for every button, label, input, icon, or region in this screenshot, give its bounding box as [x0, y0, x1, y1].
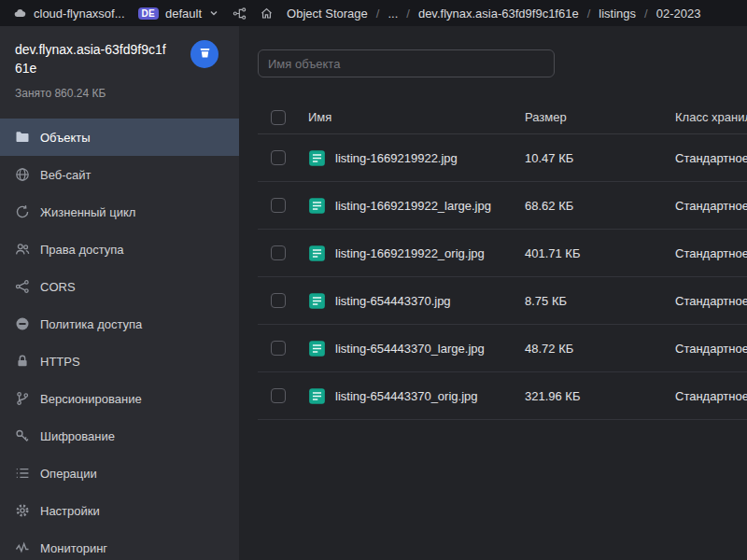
chevron-down-icon	[208, 7, 219, 19]
cloud-icon	[13, 7, 27, 21]
cloud-selector-label: cloud-flynaxsof...	[34, 7, 125, 21]
sidebar-item-label: Объекты	[40, 131, 91, 145]
breadcrumb-item[interactable]: Object Storage	[287, 7, 368, 21]
object-name: listing-1669219922.jpg	[335, 151, 458, 165]
object-storage-class: Стандартное	[675, 389, 747, 403]
row-checkbox[interactable]	[271, 293, 286, 308]
sidebar-item-label: Мониторинг	[40, 541, 107, 555]
service-map-icon[interactable]	[233, 7, 247, 21]
table-row[interactable]: listing-1669219922_large.jpg 68.62 КБ Ст…	[258, 182, 747, 230]
lock-icon	[15, 354, 30, 369]
file-icon	[308, 292, 326, 310]
file-icon	[308, 197, 326, 215]
home-icon[interactable]	[260, 7, 274, 21]
sidebar-item-label: Операции	[40, 467, 97, 481]
sidebar-item-access-rights[interactable]: Права доступа	[0, 231, 239, 268]
breadcrumb-separator: /	[587, 7, 591, 21]
sidebar-item-versioning[interactable]: Версионирование	[0, 380, 239, 417]
breadcrumb-item[interactable]: listings	[599, 7, 636, 21]
row-checkbox[interactable]	[271, 245, 286, 260]
git-branch-icon	[15, 391, 30, 406]
table-row[interactable]: listing-654443370.jpg 8.75 КБ Стандартно…	[258, 277, 747, 325]
select-all-checkbox[interactable]	[271, 110, 286, 125]
blocked-circle-icon	[15, 316, 30, 331]
sidebar-item-label: Настройки	[40, 504, 100, 518]
object-name: listing-1669219922_orig.jpg	[335, 246, 485, 260]
pulse-icon	[15, 540, 30, 555]
file-icon	[308, 387, 326, 405]
object-storage-class: Стандартное	[675, 246, 747, 260]
objects-panel: Имя Размер Класс хранилища listing-16692…	[239, 26, 747, 560]
object-storage-class: Стандартное	[675, 294, 747, 308]
breadcrumb-item-ellipsis[interactable]: ...	[388, 7, 398, 21]
bucket-action-button[interactable]	[190, 40, 218, 68]
users-icon	[15, 242, 30, 257]
object-storage-class: Стандартное	[675, 151, 747, 165]
table-row[interactable]: listing-1669219922_orig.jpg 401.71 КБ Ст…	[258, 230, 747, 277]
breadcrumb-separator: /	[406, 7, 410, 21]
column-header-size: Размер	[525, 110, 675, 124]
folder-selector-label: default	[165, 7, 202, 21]
breadcrumb: Object Storage / ... / dev.flynax.asia-6…	[287, 7, 700, 21]
sidebar-item-https[interactable]: HTTPS	[0, 343, 239, 380]
table-row[interactable]: listing-654443370_orig.jpg 321.96 КБ Ста…	[258, 372, 747, 420]
key-icon	[15, 428, 30, 443]
object-storage-class: Стандартное	[675, 342, 747, 356]
share-nodes-icon	[15, 279, 30, 294]
list-icon	[15, 466, 30, 481]
breadcrumb-item-current: 02-2023	[656, 7, 701, 21]
file-icon	[308, 245, 326, 262]
object-name: listing-654443370.jpg	[335, 294, 451, 308]
sidebar-item-cors[interactable]: CORS	[0, 268, 239, 305]
row-checkbox[interactable]	[271, 388, 286, 403]
sidebar-header: dev.flynax.asia-63fd9f9c1f61e Занято 860…	[0, 26, 239, 100]
lifecycle-icon	[15, 204, 30, 219]
folder-icon	[15, 130, 30, 145]
objects-table: Имя Размер Класс хранилища listing-16692…	[258, 101, 747, 420]
sidebar-item-settings[interactable]: Настройки	[0, 492, 239, 529]
table-row[interactable]: listing-654443370_large.jpg 48.72 КБ Ста…	[258, 325, 747, 372]
topbar: cloud-flynaxsof... DE default Object Sto…	[0, 0, 747, 26]
sidebar-nav: Объекты Веб-сайт Жизненный цикл Права до…	[0, 119, 239, 560]
sidebar-item-access-policy[interactable]: Политика доступа	[0, 305, 239, 343]
bucket-usage: Занято 860.24 КБ	[15, 87, 224, 100]
row-checkbox[interactable]	[271, 198, 286, 213]
object-name: listing-1669219922_large.jpg	[335, 199, 491, 213]
object-size: 68.62 КБ	[525, 199, 675, 213]
breadcrumb-separator: /	[376, 7, 380, 21]
table-header: Имя Размер Класс хранилища	[258, 101, 747, 134]
object-name: listing-654443370_large.jpg	[335, 342, 485, 356]
sidebar-item-monitoring[interactable]: Мониторинг	[0, 529, 239, 560]
search-input[interactable]	[258, 49, 555, 77]
sidebar-item-operations[interactable]: Операции	[0, 455, 239, 492]
sidebar-item-website[interactable]: Веб-сайт	[0, 156, 239, 193]
table-row[interactable]: listing-1669219922.jpg 10.47 КБ Стандарт…	[258, 134, 747, 182]
row-checkbox[interactable]	[271, 341, 286, 356]
sidebar-item-label: Политика доступа	[40, 317, 142, 331]
sidebar-item-lifecycle[interactable]: Жизненный цикл	[0, 193, 239, 231]
cloud-selector[interactable]: cloud-flynaxsof...	[13, 7, 125, 21]
row-checkbox[interactable]	[271, 150, 286, 165]
object-size: 48.72 КБ	[525, 342, 675, 356]
object-size: 8.75 КБ	[525, 294, 675, 308]
folder-selector[interactable]: DE default	[138, 7, 220, 21]
sidebar-item-label: Версионирование	[40, 392, 142, 406]
sidebar-item-encryption[interactable]: Шифрование	[0, 417, 239, 455]
sidebar-item-label: Шифрование	[40, 429, 115, 443]
file-icon	[308, 340, 326, 357]
breadcrumb-separator: /	[644, 7, 648, 21]
sidebar-item-label: Веб-сайт	[40, 168, 91, 182]
object-name: listing-654443370_orig.jpg	[335, 389, 478, 403]
bucket-name: dev.flynax.asia-63fd9f9c1f61e	[15, 41, 172, 77]
breadcrumb-item[interactable]: dev.flynax.asia-63fd9f9c1f61e	[418, 7, 579, 21]
sidebar-item-label: CORS	[40, 280, 76, 294]
sidebar-item-label: Права доступа	[40, 243, 124, 257]
column-header-name: Имя	[308, 110, 525, 124]
sidebar-item-label: HTTPS	[40, 355, 80, 369]
sidebar-item-label: Жизненный цикл	[40, 205, 135, 219]
bucket-icon	[198, 46, 212, 63]
env-badge: DE	[138, 7, 160, 20]
object-size: 401.71 КБ	[525, 246, 675, 260]
gear-icon	[15, 503, 30, 518]
sidebar-item-objects[interactable]: Объекты	[0, 119, 239, 156]
